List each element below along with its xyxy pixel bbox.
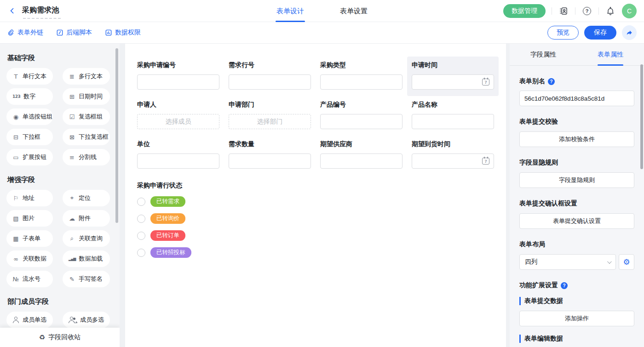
date-input[interactable]: 7 bbox=[412, 74, 494, 90]
field-item-extend-button[interactable]: ▭扩展按钮 bbox=[6, 149, 53, 165]
radio-option-converted-order[interactable]: 已转订单 bbox=[137, 230, 494, 241]
tab-form-settings[interactable]: 表单设置 bbox=[340, 0, 368, 22]
help-icon[interactable]: ? bbox=[561, 282, 568, 289]
data-permission-action[interactable]: 数据权限 bbox=[105, 28, 141, 37]
text-input[interactable] bbox=[229, 74, 311, 90]
user-avatar[interactable]: C bbox=[622, 4, 637, 18]
text-input[interactable] bbox=[320, 74, 402, 90]
field-cell-purchase-type[interactable]: 采购类型 bbox=[316, 57, 407, 96]
field-cell-unit[interactable]: 单位 bbox=[132, 136, 224, 175]
page-title[interactable]: 采购需求池 bbox=[22, 6, 59, 16]
field-item-number[interactable]: 123数字 bbox=[6, 88, 53, 105]
field-item-multi-select[interactable]: ⊠下拉复选框 bbox=[63, 129, 110, 145]
field-cell-expected-supplier[interactable]: 期望供应商 bbox=[316, 136, 407, 175]
field-cell-request-time[interactable]: 申请时间 7 bbox=[407, 57, 499, 96]
location-icon: ⌖ bbox=[69, 194, 75, 202]
field-cell-expected-arrival[interactable]: 期望到货时间 7 bbox=[407, 136, 499, 175]
field-item-address[interactable]: ⚐地址 bbox=[6, 190, 53, 206]
notification-bell-icon[interactable] bbox=[605, 6, 616, 17]
field-item-serial-number[interactable]: №流水号 bbox=[6, 271, 53, 287]
field-item-select[interactable]: ⊟下拉框 bbox=[6, 129, 53, 145]
field-cell-request-line-status[interactable]: 采购申请行状态 已转需求 已转询价 已转订单 bbox=[132, 175, 499, 258]
status-badge: 已转订单 bbox=[150, 230, 185, 241]
external-link-action[interactable]: 表单外链 bbox=[7, 28, 43, 37]
add-validation-button[interactable]: 添加校验条件 bbox=[519, 131, 634, 147]
text-input[interactable] bbox=[320, 154, 402, 169]
submit-confirm-button[interactable]: 表单提交确认设置 bbox=[519, 213, 634, 229]
field-item-radio-group[interactable]: ◉单选按钮组 bbox=[6, 108, 53, 125]
save-button[interactable]: 保存 bbox=[584, 26, 616, 40]
layout-settings-button[interactable]: ⚙ bbox=[619, 254, 634, 270]
divider-icon: ≡ bbox=[69, 154, 75, 161]
field-item-single-line-text[interactable]: T单行文本 bbox=[6, 68, 53, 85]
add-submit-action-button[interactable]: 添加操作 bbox=[519, 311, 634, 326]
form-alias-input[interactable] bbox=[519, 91, 634, 106]
datetime-icon: ⊞ bbox=[69, 93, 75, 100]
chevron-left-icon bbox=[10, 8, 16, 14]
field-cell-demand-qty[interactable]: 需求数量 bbox=[224, 136, 316, 175]
department-picker[interactable]: 选择部门 bbox=[229, 114, 311, 129]
field-item-multi-line-text[interactable]: ≣多行文本 bbox=[63, 68, 110, 85]
layout-select[interactable]: 四列 bbox=[519, 254, 616, 270]
help-icon[interactable]: ? bbox=[548, 78, 555, 85]
field-item-member-multi[interactable]: 成员多选 bbox=[63, 312, 110, 328]
data-permission-icon bbox=[105, 29, 112, 36]
help-icon[interactable]: ? bbox=[581, 6, 592, 17]
multi-select-icon: ⊠ bbox=[69, 134, 75, 141]
text-input[interactable] bbox=[229, 154, 311, 169]
tab-form-design[interactable]: 表单设计 bbox=[276, 0, 304, 22]
field-item-linked-data[interactable]: ∞关联数据 bbox=[6, 250, 53, 267]
text-input[interactable] bbox=[320, 114, 402, 129]
radio-icon bbox=[137, 215, 145, 223]
number-icon: 123 bbox=[12, 94, 20, 99]
field-cell-purchase-request-no[interactable]: 采购申请编号 bbox=[132, 57, 224, 96]
tab-field-properties[interactable]: 字段属性 bbox=[510, 44, 577, 65]
backend-script-action[interactable]: 后端脚本 bbox=[56, 28, 92, 37]
field-item-data-load[interactable]: ▂▄▆数据加载 bbox=[63, 250, 110, 267]
field-visibility-button[interactable]: 字段显隐规则 bbox=[519, 172, 634, 188]
text-input[interactable] bbox=[137, 74, 219, 90]
data-manage-button[interactable]: 数据管理 bbox=[503, 4, 546, 18]
field-recycle-bin[interactable]: ♻ 字段回收站 bbox=[0, 328, 120, 347]
back-button[interactable] bbox=[7, 6, 18, 17]
radio-icon bbox=[137, 198, 145, 206]
share-arrow-icon bbox=[626, 29, 633, 36]
share-button[interactable] bbox=[622, 25, 637, 40]
checkbox-group-icon: ☑ bbox=[69, 114, 75, 120]
sidebar-scrollbar[interactable] bbox=[115, 48, 118, 223]
basic-fields-grid: T单行文本 ≣多行文本 123数字 ⊞日期时间 ◉单选按钮组 ☑复选框组 ⊟下拉… bbox=[6, 68, 113, 165]
preview-button[interactable]: 预览 bbox=[547, 26, 579, 40]
radio-option-converted-bidding[interactable]: 已转招投标 bbox=[137, 247, 494, 258]
field-grid: 采购申请编号 需求行号 采购类型 申请时间 7 bbox=[132, 57, 499, 175]
submit-confirm-label: 表单提交确认框设置 bbox=[519, 199, 634, 208]
calendar-icon: 7 bbox=[482, 158, 489, 165]
serial-number-icon: № bbox=[12, 276, 19, 283]
field-item-member-single[interactable]: 成员单选 bbox=[6, 312, 53, 328]
form-designer-app: 采购需求池 表单设计 表单设置 数据管理 ? bbox=[0, 0, 644, 347]
field-item-attachment[interactable]: ☁附件 bbox=[63, 210, 110, 227]
field-item-linked-query[interactable]: ⌕关联查询 bbox=[63, 230, 110, 247]
field-item-datetime[interactable]: ⊞日期时间 bbox=[63, 88, 110, 105]
field-item-divider[interactable]: ≡分割线 bbox=[63, 149, 110, 165]
field-item-checkbox-group[interactable]: ☑复选框组 bbox=[63, 108, 110, 125]
field-cell-product-no[interactable]: 产品编号 bbox=[316, 96, 407, 136]
address-book-icon[interactable] bbox=[558, 6, 569, 17]
radio-option-converted-demand[interactable]: 已转需求 bbox=[137, 196, 494, 207]
radio-option-converted-inquiry[interactable]: 已转询价 bbox=[137, 213, 494, 224]
field-item-location[interactable]: ⌖定位 bbox=[63, 190, 110, 206]
date-input[interactable]: 7 bbox=[412, 154, 494, 169]
text-input[interactable] bbox=[137, 154, 219, 169]
field-cell-product-name[interactable]: 产品名称 bbox=[407, 96, 499, 136]
panel-scrollbar[interactable] bbox=[640, 64, 643, 169]
field-cell-apply-department[interactable]: 申请部门 选择部门 bbox=[224, 96, 316, 136]
member-picker[interactable]: 选择成员 bbox=[137, 114, 219, 129]
text-input[interactable] bbox=[412, 114, 494, 129]
field-cell-applicant[interactable]: 申请人 选择成员 bbox=[132, 96, 224, 136]
field-item-signature[interactable]: ✎手写签名 bbox=[63, 271, 110, 287]
divider bbox=[552, 7, 552, 15]
tab-form-properties[interactable]: 表单属性 bbox=[577, 44, 644, 65]
field-cell-demand-line-no[interactable]: 需求行号 bbox=[224, 57, 316, 96]
field-item-image[interactable]: ▧图片 bbox=[6, 210, 53, 227]
signature-icon: ✎ bbox=[69, 276, 75, 283]
field-item-subform[interactable]: ▦子表单 bbox=[6, 230, 53, 247]
